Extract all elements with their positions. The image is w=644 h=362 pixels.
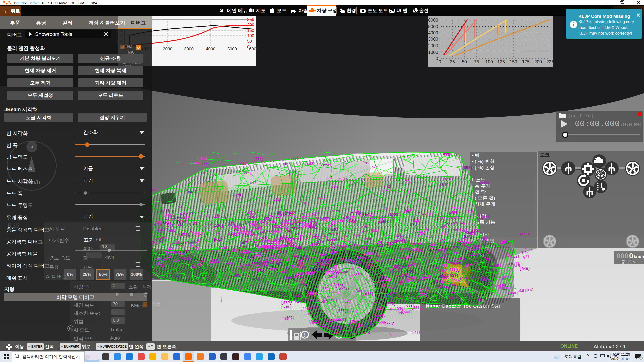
svg-text:sc56r: sc56r [283,214,294,218]
svg-text:t2l: t2l [310,219,316,223]
svg-text:cr5l: cr5l [413,242,421,246]
svg-text:fb9r: fb9r [382,234,391,238]
svg-text:v6: v6 [431,264,435,268]
svg-text:[581]: [581] [249,268,259,272]
svg-text:175: 175 [522,59,530,64]
svg-text:150: 150 [510,59,517,64]
svg-text:[582]: [582] [419,286,429,290]
svg-text:[665]: [665] [249,246,259,250]
svg-text:[580]: [580] [296,201,307,205]
svg-text:d66r: d66r [294,215,303,219]
svg-text:fb9l: fb9l [425,213,434,217]
svg-text:w17r: w17r [440,275,449,279]
svg-text:[538]: [538] [467,253,478,257]
svg-text:rf82r: rf82r [385,241,395,245]
svg-text:h28: h28 [453,245,459,249]
svg-text:sf84r: sf84r [189,222,199,226]
svg-text:(no file): (no file) [568,113,594,119]
svg-text:00:00.000: 00:00.000 [575,119,620,129]
svg-text:[561]: [561] [450,283,460,287]
svg-text:[497]: [497] [460,257,470,261]
svg-text:d9r: d9r [473,261,480,265]
svg-text:gr42l: gr42l [157,228,168,232]
svg-text:200: 200 [534,59,542,64]
svg-text:[632]: [632] [199,214,210,218]
svg-text:p57l: p57l [366,242,375,246]
svg-text:- ( 모든 휠): - ( 모든 휠) [472,195,495,201]
svg-text:q2l: q2l [371,165,378,169]
svg-text:rf93r: rf93r [299,222,310,226]
svg-text:p6r: p6r [404,210,410,214]
svg-text:pb85: pb85 [287,276,296,280]
svg-text:[572]: [572] [179,257,189,261]
svg-text:fs25l: fs25l [158,257,169,261]
svg-text:[481]: [481] [196,157,207,161]
svg-text:e36l: e36l [518,289,526,293]
svg-text:gr2: gr2 [322,262,328,266]
svg-text:pb9l: pb9l [465,241,474,245]
svg-text:p9: p9 [253,241,257,245]
svg-text:ex6: ex6 [235,244,242,248]
svg-text:fb37r: fb37r [258,220,268,224]
svg-text:[487]: [487] [307,292,317,296]
svg-text:d6l: d6l [328,224,334,228]
svg-text:e8l: e8l [335,270,342,275]
svg-text:sc71: sc71 [317,196,326,200]
svg-text:gr27l: gr27l [371,301,381,305]
svg-text:rb2l: rb2l [511,255,520,259]
svg-text:[501]: [501] [411,306,422,310]
svg-text:e8r: e8r [310,266,316,270]
svg-text:m6r: m6r [442,280,448,284]
svg-text:f3l: f3l [333,283,339,287]
svg-text:sc1r: sc1r [344,270,352,274]
svg-text:p16r: p16r [465,263,474,267]
svg-text:p5r: p5r [174,250,180,254]
svg-text:fb42l: fb42l [500,277,510,281]
svg-text:[653]: [653] [246,250,256,254]
svg-text:rw38l: rw38l [328,232,339,236]
svg-text:cl7r: cl7r [339,177,347,182]
svg-text:[522]: [522] [156,262,167,266]
svg-text:cr81r: cr81r [193,263,203,267]
svg-text:[514]: [514] [460,293,471,297]
svg-text:[656]: [656] [474,244,485,248]
svg-text:[611]: [611] [447,268,458,272]
svg-text:[650]: [650] [361,289,372,293]
svg-text:w3r: w3r [219,235,226,239]
svg-text:[654]: [654] [328,331,339,335]
svg-text:sf64r: sf64r [354,262,365,266]
svg-text:rb3ll: rb3ll [500,283,510,287]
svg-text:g1l: g1l [176,233,183,237]
svg-text:4000: 4000 [206,47,215,51]
svg-text:d26l: d26l [240,162,249,166]
svg-text:[668]: [668] [508,291,518,295]
svg-text:g65l: g65l [433,256,442,260]
svg-text:q9: q9 [467,281,471,285]
svg-text:6000: 6000 [428,18,438,23]
svg-text:cr6l: cr6l [502,254,511,258]
svg-text:[553]: [553] [217,246,227,250]
svg-text:g2: g2 [178,205,182,209]
svg-text:fs5r: fs5r [163,250,171,254]
svg-text:100: 100 [485,59,493,64]
svg-text:[693]: [693] [300,307,311,311]
svg-text:[577]: [577] [291,237,301,241]
svg-text:rw68: rw68 [232,225,240,229]
svg-text:[590]: [590] [280,305,291,309]
svg-text:t1l: t1l [385,278,391,282]
svg-text:pb9r: pb9r [364,237,372,241]
svg-text:v56r: v56r [315,240,324,244]
svg-text:q17l: q17l [367,213,375,217]
svg-text:cr8l: cr8l [260,256,269,260]
svg-text:0: 0 [439,59,441,64]
svg-text:!: ! [304,331,306,338]
svg-text:d7r: d7r [262,203,269,207]
svg-text:[692]: [692] [240,171,251,175]
svg-text:cr7r: cr7r [387,286,396,290]
svg-text:[613]: [613] [293,294,304,298]
svg-text:50: 50 [247,39,252,44]
svg-text:e83: e83 [297,263,303,267]
svg-text:d7l: d7l [487,251,493,255]
svg-text:rb6ll: rb6ll [447,296,457,300]
svg-text:sc44r: sc44r [519,232,530,236]
